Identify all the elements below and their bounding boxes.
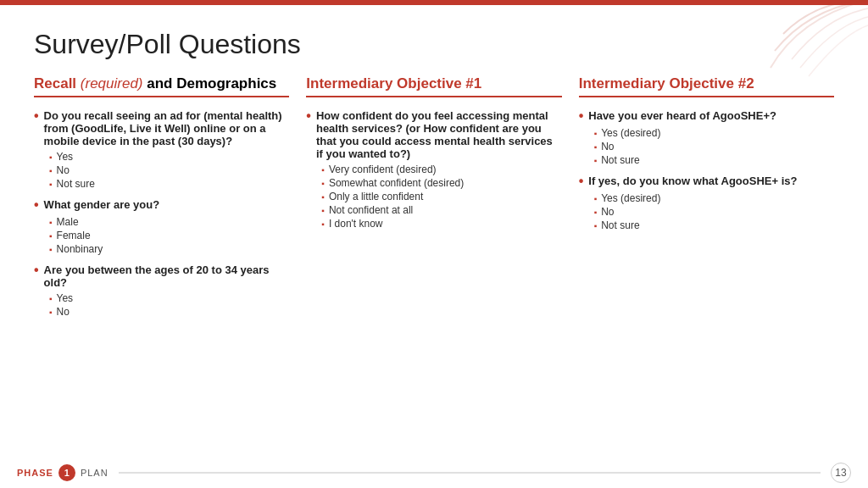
sub-bullet-icon: ▪: [321, 206, 325, 215]
sub-list-item: ▪Yes (desired): [594, 127, 834, 139]
main-item-text: Do you recall seeing an ad for (mental h…: [44, 109, 290, 147]
sub-bullet-icon: ▪: [49, 152, 53, 162]
sub-bullet-icon: ▪: [321, 192, 325, 202]
list-item: • What gender are you? ▪Male ▪Female ▪No…: [34, 198, 289, 255]
sub-bullet-icon: ▪: [594, 156, 598, 165]
sub-list: ▪Yes (desired) ▪No ▪Not sure: [594, 127, 834, 166]
sub-list-item: ▪Male: [49, 216, 289, 228]
sub-bullet-icon: ▪: [594, 142, 598, 152]
sub-bullet-icon: ▪: [49, 166, 53, 175]
column-obj2: Intermediary Objective #2 • Have you eve…: [579, 75, 834, 326]
sub-bullet-icon: ▪: [49, 231, 53, 241]
sub-bullet-icon: ▪: [49, 180, 53, 189]
list-item: • Do you recall seeing an ad for (mental…: [34, 109, 289, 190]
main-item: • Are you between the ages of 20 to 34 y…: [34, 263, 289, 289]
sub-list: ▪Yes ▪No: [49, 292, 289, 318]
sub-list-item: ▪Yes: [49, 151, 289, 163]
header-recall-italic: (required): [81, 75, 143, 92]
sub-list-item: ▪No: [594, 141, 834, 152]
sub-list-item: ▪Only a little confident: [321, 191, 561, 202]
main-item: • If yes, do you know what AgooSHE+ is?: [579, 175, 834, 189]
sub-list-item: ▪Female: [49, 230, 289, 241]
main-item: • What gender are you?: [34, 198, 289, 213]
sub-bullet-icon: ▪: [594, 129, 598, 138]
sub-list-item: ▪Yes: [49, 292, 289, 304]
sub-list: ▪Male ▪Female ▪Nonbinary: [49, 216, 289, 255]
header-obj1-text: Intermediary Objective #1: [306, 75, 481, 92]
main-item-text: Have you ever heard of AgooSHE+?: [588, 109, 776, 122]
main-list-col1: • Do you recall seeing an ad for (mental…: [34, 109, 289, 318]
column-recall: Recall (required) and Demographics • Do …: [34, 75, 306, 326]
list-item: • How confident do you feel accessing me…: [306, 109, 561, 230]
sub-bullet-icon: ▪: [321, 165, 325, 175]
sub-bullet-icon: ▪: [594, 194, 598, 203]
main-item-text: What gender are you?: [44, 198, 160, 211]
header-obj2-text: Intermediary Objective #2: [579, 75, 754, 92]
sub-list-item: ▪Nonbinary: [49, 243, 289, 255]
header-recall-bold: Recall: [34, 75, 81, 92]
column-header-recall: Recall (required) and Demographics: [34, 75, 289, 97]
sub-list-item: ▪I don't know: [321, 218, 561, 230]
sub-list-item: ▪No: [49, 164, 289, 176]
bullet-icon: •: [306, 108, 311, 124]
sub-bullet-icon: ▪: [49, 245, 53, 254]
page-number: 13: [831, 463, 851, 483]
bullet-icon: •: [579, 174, 584, 189]
sub-list-item: ▪Not sure: [594, 219, 834, 231]
sub-bullet-icon: ▪: [321, 179, 325, 188]
sub-bullet-icon: ▪: [49, 294, 53, 303]
sub-list-item: ▪Not confident at all: [321, 204, 561, 216]
column-obj1: Intermediary Objective #1 • How confiden…: [306, 75, 578, 326]
sub-list: ▪Yes ▪No ▪Not sure: [49, 151, 289, 190]
sub-list-item: ▪Yes (desired): [594, 192, 834, 204]
main-item-text: Are you between the ages of 20 to 34 yea…: [44, 263, 290, 289]
bullet-icon: •: [34, 108, 39, 124]
main-item: • Have you ever heard of AgooSHE+?: [579, 109, 834, 124]
main-item: • Do you recall seeing an ad for (mental…: [34, 109, 289, 147]
sub-list-item: ▪Somewhat confident (desired): [321, 177, 561, 189]
phase-label: PHASE: [17, 468, 53, 478]
sub-bullet-icon: ▪: [49, 308, 53, 317]
sub-list-item: ▪No: [594, 206, 834, 218]
sub-bullet-icon: ▪: [594, 221, 598, 230]
sub-list-item: ▪Very confident (desired): [321, 164, 561, 175]
content-area: Survey/Poll Questions Recall (required) …: [0, 5, 868, 326]
plan-label: PLAN: [81, 468, 108, 478]
list-item: • Have you ever heard of AgooSHE+? ▪Yes …: [579, 109, 834, 166]
main-item-text: If yes, do you know what AgooSHE+ is?: [588, 175, 797, 187]
sub-list: ▪Very confident (desired) ▪Somewhat conf…: [321, 164, 561, 230]
main-list-col2: • How confident do you feel accessing me…: [306, 109, 561, 230]
sub-bullet-icon: ▪: [321, 219, 325, 229]
sub-list-item: ▪Not sure: [594, 154, 834, 166]
bullet-icon: •: [34, 197, 39, 213]
main-item-text: How confident do you feel accessing ment…: [316, 109, 562, 160]
sub-list-item: ▪Not sure: [49, 178, 289, 190]
header-recall-black: and Demographics: [143, 75, 277, 92]
decorative-arcs: [766, 0, 868, 85]
list-item: • If yes, do you know what AgooSHE+ is? …: [579, 175, 834, 231]
sub-bullet-icon: ▪: [594, 208, 598, 217]
footer: PHASE 1 PLAN 13: [0, 458, 868, 488]
sub-bullet-icon: ▪: [49, 218, 53, 227]
main-list-col3: • Have you ever heard of AgooSHE+? ▪Yes …: [579, 109, 834, 231]
bullet-icon: •: [34, 263, 39, 278]
main-item: • How confident do you feel accessing me…: [306, 109, 561, 160]
list-item: • Are you between the ages of 20 to 34 y…: [34, 263, 289, 318]
bullet-icon: •: [579, 108, 584, 124]
column-header-obj1: Intermediary Objective #1: [306, 75, 561, 97]
sub-list: ▪Yes (desired) ▪No ▪Not sure: [594, 192, 834, 231]
page-title: Survey/Poll Questions: [34, 29, 834, 60]
columns-container: Recall (required) and Demographics • Do …: [34, 75, 834, 326]
phase-badge: 1: [58, 464, 75, 481]
sub-list-item: ▪No: [49, 306, 289, 318]
footer-line: [119, 472, 821, 474]
